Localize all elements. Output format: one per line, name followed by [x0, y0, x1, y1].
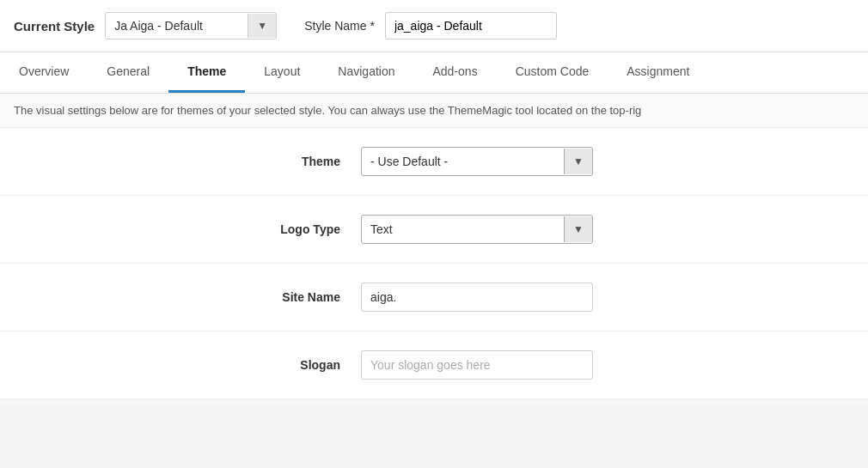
form-row-logotype: Logo Type Text Image ▼ [0, 196, 868, 264]
sitename-input[interactable] [361, 283, 593, 312]
sitename-label: Site Name [0, 290, 361, 304]
tab-addons[interactable]: Add-ons [414, 52, 497, 93]
style-dropdown[interactable]: Ja Aiga - Default ▼ [105, 12, 277, 40]
theme-control: - Use Default - ▼ [361, 147, 868, 176]
current-style-label: Current Style [14, 19, 95, 33]
tab-layout[interactable]: Layout [245, 52, 319, 93]
theme-select[interactable]: - Use Default - [362, 148, 564, 175]
form-row-sitename: Site Name [0, 264, 868, 331]
tab-assignment[interactable]: Assignment [608, 52, 708, 93]
top-bar: Current Style Ja Aiga - Default ▼ Style … [0, 0, 868, 52]
slogan-input[interactable] [361, 350, 593, 380]
style-select[interactable]: Ja Aiga - Default [106, 13, 248, 39]
form-row-slogan: Slogan [0, 331, 868, 399]
logotype-control: Text Image ▼ [361, 215, 868, 244]
logotype-select-arrow[interactable]: ▼ [564, 216, 592, 242]
tab-theme[interactable]: Theme [168, 52, 245, 93]
slogan-label: Slogan [0, 358, 361, 372]
tab-overview[interactable]: Overview [0, 52, 88, 93]
form-row-theme: Theme - Use Default - ▼ [0, 128, 868, 196]
tab-customcode[interactable]: Custom Code [497, 52, 608, 93]
logotype-select-wrap[interactable]: Text Image ▼ [361, 215, 593, 244]
tab-navigation[interactable]: Navigation [319, 52, 413, 93]
nav-tabs: Overview General Theme Layout Navigation… [0, 52, 868, 94]
sitename-control [361, 283, 868, 312]
theme-label: Theme [0, 155, 361, 168]
info-bar: The visual settings below are for themes… [0, 94, 868, 128]
theme-select-wrap[interactable]: - Use Default - ▼ [361, 147, 593, 176]
main-content: Theme - Use Default - ▼ Logo Type Text I… [0, 128, 868, 399]
style-name-label: Style Name * [304, 19, 375, 33]
style-name-input[interactable] [385, 12, 557, 40]
theme-select-arrow[interactable]: ▼ [564, 149, 592, 174]
slogan-control [361, 350, 868, 380]
tab-general[interactable]: General [88, 52, 168, 93]
style-dropdown-arrow[interactable]: ▼ [248, 14, 276, 38]
logotype-label: Logo Type [0, 222, 361, 236]
logotype-select[interactable]: Text Image [362, 216, 564, 243]
